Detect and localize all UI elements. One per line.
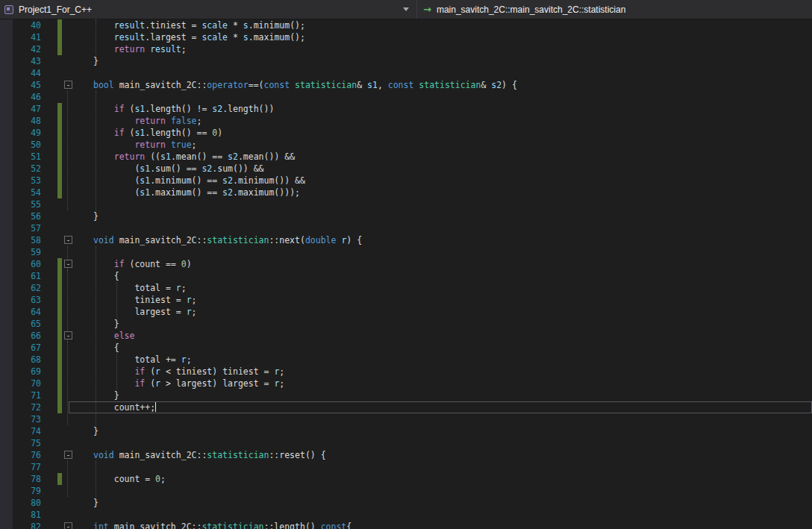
breakpoint-margin[interactable] — [0, 246, 13, 258]
selection-margin[interactable] — [45, 318, 57, 330]
selection-margin[interactable] — [45, 246, 57, 258]
selection-margin[interactable] — [45, 425, 57, 437]
selection-margin[interactable] — [45, 19, 57, 31]
selection-margin[interactable] — [45, 378, 57, 389]
breakpoint-margin[interactable] — [0, 258, 13, 270]
selection-margin[interactable] — [45, 366, 57, 378]
code-text[interactable]: count = 0; — [75, 473, 812, 485]
breakpoint-margin[interactable] — [0, 497, 13, 509]
code-text[interactable] — [75, 509, 812, 521]
breakpoint-margin[interactable] — [0, 354, 13, 366]
breakpoint-margin[interactable] — [0, 31, 13, 43]
code-text[interactable] — [75, 198, 812, 210]
selection-margin[interactable] — [45, 485, 57, 497]
selection-margin[interactable] — [45, 282, 57, 294]
code-text[interactable]: else — [75, 330, 812, 342]
selection-margin[interactable] — [45, 139, 57, 151]
code-text[interactable]: } — [75, 389, 812, 401]
selection-margin[interactable] — [45, 55, 57, 67]
selection-margin[interactable] — [45, 222, 57, 234]
breakpoint-margin[interactable] — [0, 127, 13, 139]
selection-margin[interactable] — [45, 509, 57, 521]
selection-margin[interactable] — [45, 437, 57, 449]
breakpoint-margin[interactable] — [0, 151, 13, 163]
code-text[interactable]: result.largest = scale * s.maximum(); — [75, 31, 812, 43]
breakpoint-margin[interactable] — [0, 187, 13, 198]
selection-margin[interactable] — [45, 187, 57, 198]
selection-margin[interactable] — [45, 461, 57, 473]
selection-margin[interactable] — [45, 210, 57, 222]
code-text[interactable] — [75, 461, 812, 473]
code-text[interactable]: largest = r; — [75, 306, 812, 318]
fold-collapse-button[interactable]: - — [64, 451, 72, 459]
selection-margin[interactable] — [45, 473, 57, 485]
breakpoint-margin[interactable] — [0, 389, 13, 401]
code-text[interactable]: (s1.maximum() == s2.maximum())); — [75, 187, 812, 198]
code-text[interactable]: return false; — [75, 115, 812, 127]
breakpoint-margin[interactable] — [0, 270, 13, 282]
fold-collapse-button[interactable]: - — [64, 81, 72, 89]
project-dropdown[interactable]: Project1_For_C++ — [0, 0, 416, 19]
selection-margin[interactable] — [45, 31, 57, 43]
breakpoint-margin[interactable] — [0, 401, 13, 413]
code-text[interactable] — [75, 222, 812, 234]
breakpoint-margin[interactable] — [0, 473, 13, 485]
code-text[interactable]: (s1.minimum() == s2.minimum()) && — [75, 175, 812, 187]
breakpoint-margin[interactable] — [0, 115, 13, 127]
breakpoint-margin[interactable] — [0, 413, 13, 425]
code-text[interactable]: result.tiniest = scale * s.minimum(); — [75, 19, 812, 31]
selection-margin[interactable] — [45, 258, 57, 270]
selection-margin[interactable] — [45, 342, 57, 354]
selection-margin[interactable] — [45, 43, 57, 55]
fold-collapse-button[interactable]: - — [64, 331, 72, 339]
member-dropdown[interactable]: → main_savitch_2C::main_savitch_2C::stat… — [417, 0, 812, 19]
code-text[interactable]: int main_savitch_2C::statistician::lengt… — [75, 521, 812, 529]
breakpoint-margin[interactable] — [0, 294, 13, 306]
breakpoint-margin[interactable] — [0, 437, 13, 449]
selection-margin[interactable] — [45, 151, 57, 163]
code-text[interactable]: tiniest = r; — [75, 294, 812, 306]
breakpoint-margin[interactable] — [0, 19, 13, 31]
code-text[interactable]: if (s1.length() == 0) — [75, 127, 812, 139]
code-text[interactable]: total = r; — [75, 282, 812, 294]
selection-margin[interactable] — [45, 79, 57, 91]
breakpoint-margin[interactable] — [0, 79, 13, 91]
selection-margin[interactable] — [45, 449, 57, 461]
breakpoint-margin[interactable] — [0, 234, 13, 246]
code-text[interactable]: return ((s1.mean() == s2.mean()) && — [75, 151, 812, 163]
breakpoint-margin[interactable] — [0, 139, 13, 151]
code-text[interactable]: } — [75, 425, 812, 437]
selection-margin[interactable] — [45, 294, 57, 306]
breakpoint-margin[interactable] — [0, 210, 13, 222]
breakpoint-margin[interactable] — [0, 175, 13, 187]
selection-margin[interactable] — [45, 198, 57, 210]
code-text[interactable]: void main_savitch_2C::statistician::rese… — [75, 449, 812, 461]
code-text[interactable]: } — [75, 55, 812, 67]
selection-margin[interactable] — [45, 497, 57, 509]
code-text[interactable]: return true; — [75, 139, 812, 151]
breakpoint-margin[interactable] — [0, 163, 13, 175]
breakpoint-margin[interactable] — [0, 198, 13, 210]
selection-margin[interactable] — [45, 103, 57, 115]
breakpoint-margin[interactable] — [0, 43, 13, 55]
breakpoint-margin[interactable] — [0, 378, 13, 389]
selection-margin[interactable] — [45, 521, 57, 529]
selection-margin[interactable] — [45, 234, 57, 246]
fold-collapse-button[interactable]: - — [64, 522, 72, 529]
code-text[interactable]: if (r < tiniest) tiniest = r; — [75, 366, 812, 378]
breakpoint-margin[interactable] — [0, 461, 13, 473]
fold-collapse-button[interactable]: - — [64, 236, 72, 244]
selection-margin[interactable] — [45, 389, 57, 401]
code-text[interactable]: total += r; — [75, 354, 812, 366]
code-text[interactable]: } — [75, 210, 812, 222]
code-text[interactable]: } — [75, 497, 812, 509]
code-text[interactable]: void main_savitch_2C::statistician::next… — [75, 234, 812, 246]
code-text[interactable]: return result; — [75, 43, 812, 55]
breakpoint-margin[interactable] — [0, 509, 13, 521]
breakpoint-margin[interactable] — [0, 103, 13, 115]
breakpoint-margin[interactable] — [0, 521, 13, 529]
code-text[interactable]: bool main_savitch_2C::operator==(const s… — [75, 79, 812, 91]
code-text[interactable]: if (count == 0) — [75, 258, 812, 270]
code-text[interactable] — [75, 246, 812, 258]
breakpoint-margin[interactable] — [0, 425, 13, 437]
